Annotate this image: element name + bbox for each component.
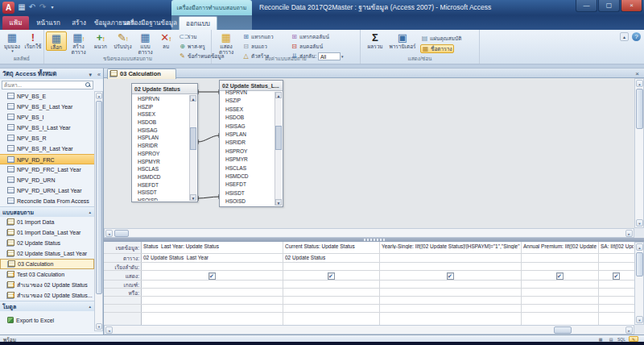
insert-rows-button[interactable]: ⊞ แทรกแถว	[242, 32, 275, 41]
minimize-ribbon-icon[interactable]: ▴	[620, 32, 629, 41]
field-row[interactable]: HSPRVN	[133, 95, 189, 103]
tab-design[interactable]: ออกแบบ	[179, 16, 217, 30]
grid-field-cell[interactable]: SA: IIf([02 Update Sta	[601, 243, 634, 249]
nav-section-modules[interactable]: โมดูล▴	[0, 301, 94, 311]
scroll-up-icon[interactable]: ▲	[96, 93, 102, 99]
scroll-thumb[interactable]	[114, 230, 129, 237]
update-button[interactable]: ✎! ปรับปรุง	[112, 31, 134, 49]
restore-button[interactable]: ▢	[598, 0, 620, 12]
grid-field-cell[interactable]: Annual Premium: IIf([02 Update Status]	[523, 243, 597, 249]
nav-item-table[interactable]: NPV_BS_I_Last Year	[0, 123, 94, 133]
nav-item-query[interactable]: 01 Import Data	[0, 217, 94, 227]
field-list-last-year[interactable]: 02 Update Status_L... HSPRVNHSZIPHSSEXHS…	[219, 80, 283, 207]
tab-file[interactable]: แฟ้ม	[2, 16, 29, 30]
union-button[interactable]: ⊂⊃ ร่วม	[178, 32, 197, 41]
nav-scrollbar[interactable]: ▲ ▼	[94, 91, 103, 331]
document-close-icon[interactable]: ×	[633, 69, 642, 78]
nav-item-table[interactable]: NPV_BS_R_Last Year	[0, 143, 94, 154]
show-checkbox[interactable]: ✔	[613, 272, 620, 280]
delete-rows-button[interactable]: ⊟ ลบแถว	[242, 42, 268, 51]
nav-item-query[interactable]: 02 Update Status_Last Year	[0, 248, 94, 259]
nav-section-queries[interactable]: แบบสอบถาม▴	[0, 206, 94, 217]
grid-column[interactable]: Status_Last Year: Update Status 02 Updat…	[142, 242, 283, 325]
design-hscrollbar[interactable]: ◄ ►	[104, 228, 634, 238]
tab-create[interactable]: สร้าง	[67, 16, 91, 30]
tab-database-tools[interactable]: เครื่องมือฐานข้อมูล	[124, 16, 171, 30]
scroll-up-icon[interactable]: ▲	[190, 95, 196, 102]
nav-item-table[interactable]: NPV_RD_URN_Last Year	[0, 185, 94, 196]
save-icon[interactable]: ▦	[17, 2, 27, 13]
field-row[interactable]: HSISAG	[221, 123, 275, 131]
field-row[interactable]: HSCLAS	[221, 164, 275, 172]
run-button[interactable]: ! เรียกใช้	[23, 31, 43, 49]
delete-query-button[interactable]: ✕! ลบ	[157, 31, 175, 49]
show-checkbox[interactable]: ✔	[328, 272, 335, 280]
scroll-down-icon[interactable]: ▼	[636, 219, 643, 227]
field-row[interactable]: HSCLAS	[133, 165, 189, 173]
grid-field-cell[interactable]: Status_Last Year: Update Status	[143, 243, 282, 249]
field-row[interactable]: HSMDCD	[221, 172, 275, 181]
field-row[interactable]: HSPROY	[133, 150, 189, 158]
tab-home[interactable]: หน้าแรก	[32, 16, 64, 30]
field-row[interactable]: HSZIP	[221, 97, 275, 105]
design-view-icon[interactable]: ✎	[629, 336, 638, 342]
field-row[interactable]: HSOISD	[133, 197, 189, 201]
append-button[interactable]: +! ผนวก	[90, 31, 111, 49]
nav-item-action-query[interactable]: Test 03 Calculation	[0, 269, 94, 280]
field-row[interactable]: HSISDT	[133, 189, 189, 197]
field-row[interactable]: HSEFDT	[133, 181, 189, 189]
scroll-right-icon[interactable]: ►	[625, 230, 633, 237]
shutter-bar-close-icon[interactable]: «	[97, 69, 101, 80]
field-row[interactable]: HSISDT	[221, 189, 275, 197]
scroll-down-icon[interactable]: ▼	[275, 199, 282, 206]
grid-field-cell[interactable]: Yearly-Single: IIf([02 Update Status]![H…	[382, 243, 520, 249]
scroll-left-icon[interactable]: ◄	[105, 230, 113, 237]
insert-columns-button[interactable]: ⊞ แทรกคอลัมน์	[290, 32, 330, 41]
qat-dropdown-icon[interactable]: ▾	[48, 2, 56, 13]
field-row[interactable]: HSSEX	[221, 106, 275, 114]
scroll-up-icon[interactable]: ▲	[636, 243, 643, 251]
parameters-button[interactable]: ▣ พารามิเตอร์	[388, 31, 417, 49]
field-row[interactable]: HSPMYR	[221, 156, 275, 164]
scroll-thumb[interactable]	[190, 127, 196, 150]
undo-icon[interactable]: ↶	[27, 2, 37, 13]
search-input[interactable]	[3, 81, 82, 89]
grid-table-cell[interactable]: 02 Update Status	[285, 255, 378, 260]
scroll-down-icon[interactable]: ▼	[636, 316, 643, 323]
scroll-up-icon[interactable]: ▲	[275, 92, 282, 98]
nav-item-table[interactable]: NPV_RD_URN	[0, 175, 94, 185]
nav-item-module[interactable]: Export to Excel	[0, 315, 94, 326]
crosstab-button[interactable]: ▦ แบบตาราง	[134, 31, 156, 55]
grid-column[interactable]: Yearly-Single: IIf([02 Update Status]![H…	[380, 242, 522, 325]
close-button[interactable]: ×	[621, 0, 642, 12]
nav-item-table[interactable]: NPV_RD_FRC_Last Year	[0, 164, 94, 175]
field-row[interactable]: HSSEX	[133, 110, 189, 118]
show-checkbox[interactable]: ✔	[556, 272, 564, 280]
field-list-scrollbar[interactable]: ▲ ▼	[189, 95, 196, 201]
field-row[interactable]: HSPLAN	[221, 131, 275, 139]
totals-button[interactable]: Σ ผลรวม	[364, 31, 386, 49]
datasheet-view-icon[interactable]: ▦	[596, 336, 605, 342]
access-app-icon[interactable]: A	[2, 2, 14, 14]
pivot-view-icon[interactable]: ▤	[606, 336, 616, 342]
sql-view-icon[interactable]: SQL	[617, 336, 626, 342]
field-row[interactable]: HSPROY	[221, 148, 275, 156]
grid-column[interactable]: Current Status: Update Status 02 Update …	[283, 242, 380, 325]
field-row[interactable]: HSDOB	[221, 114, 275, 122]
scroll-left-icon[interactable]: ◄	[105, 326, 113, 334]
field-row[interactable]: HSISAG	[133, 127, 189, 135]
nav-item-table[interactable]: Reconcile Data From Access	[0, 196, 94, 206]
nav-item-query[interactable]: 02 Update Status	[0, 238, 94, 248]
field-row[interactable]: HSRIDR	[133, 142, 189, 150]
nav-scroll-thumb[interactable]	[96, 101, 102, 294]
field-row[interactable]: HSEFDT	[221, 181, 275, 189]
nav-item-table[interactable]: NPV_BS_E_Last Year	[0, 102, 94, 112]
field-row[interactable]: HSRIDR	[221, 139, 275, 147]
field-row[interactable]: HSDOB	[133, 118, 189, 127]
grid-column[interactable]: Annual Premium: IIf([02 Update Status] ✔	[522, 242, 599, 325]
scroll-thumb[interactable]	[554, 326, 572, 334]
table-names-button[interactable]: ▦ ชื่อตาราง	[420, 44, 454, 53]
nav-search-box[interactable]	[2, 81, 93, 89]
field-row[interactable]: HSPMYR	[133, 158, 189, 166]
field-row[interactable]: HSMDCD	[133, 173, 189, 181]
